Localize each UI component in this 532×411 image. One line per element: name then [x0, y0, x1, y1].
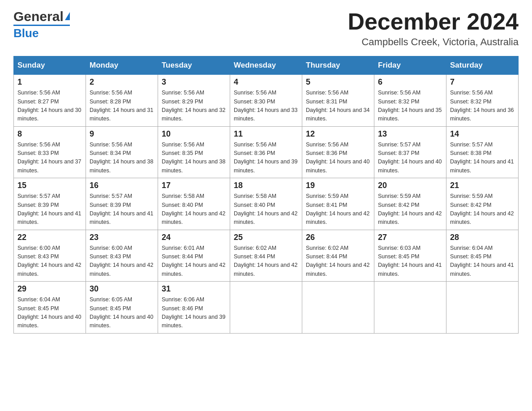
day-info: Sunrise: 5:56 AMSunset: 8:30 PMDaylight:… — [234, 89, 298, 124]
day-info: Sunrise: 5:58 AMSunset: 8:40 PMDaylight:… — [162, 192, 226, 227]
day-number: 23 — [90, 233, 154, 242]
calendar-week-row: 15Sunrise: 5:57 AMSunset: 8:39 PMDayligh… — [14, 178, 519, 230]
logo-name-part1: General — [13, 9, 64, 24]
calendar-day-header: Saturday — [446, 56, 519, 75]
day-info: Sunrise: 5:56 AMSunset: 8:32 PMDaylight:… — [450, 89, 515, 124]
calendar-day-cell: 31Sunrise: 6:06 AMSunset: 8:46 PMDayligh… — [158, 282, 230, 334]
logo: General Blue — [13, 9, 70, 40]
calendar-day-cell: 7Sunrise: 5:56 AMSunset: 8:32 PMDaylight… — [446, 75, 519, 127]
calendar-day-cell: 15Sunrise: 5:57 AMSunset: 8:39 PMDayligh… — [14, 178, 86, 230]
day-info: Sunrise: 5:56 AMSunset: 8:27 PMDaylight:… — [17, 89, 82, 124]
day-info: Sunrise: 5:56 AMSunset: 8:32 PMDaylight:… — [378, 89, 442, 124]
day-info: Sunrise: 5:56 AMSunset: 8:29 PMDaylight:… — [162, 89, 226, 124]
day-number: 9 — [90, 129, 154, 139]
day-number: 24 — [162, 233, 226, 242]
calendar-day-header: Friday — [374, 56, 446, 75]
day-number: 17 — [162, 181, 226, 190]
calendar-day-cell: 2Sunrise: 5:56 AMSunset: 8:28 PMDaylight… — [86, 75, 158, 127]
day-info: Sunrise: 6:03 AMSunset: 8:45 PMDaylight:… — [378, 244, 442, 279]
day-number: 29 — [17, 284, 82, 294]
calendar-day-cell: 24Sunrise: 6:01 AMSunset: 8:44 PMDayligh… — [158, 230, 230, 282]
day-number: 4 — [234, 77, 298, 87]
day-number: 16 — [90, 181, 154, 190]
day-info: Sunrise: 5:57 AMSunset: 8:39 PMDaylight:… — [90, 192, 154, 227]
calendar-day-cell — [374, 282, 446, 334]
title-block: December 2024 Campbells Creek, Victoria,… — [348, 9, 519, 48]
day-info: Sunrise: 5:56 AMSunset: 8:34 PMDaylight:… — [90, 141, 154, 176]
day-number: 15 — [17, 181, 82, 190]
day-info: Sunrise: 5:56 AMSunset: 8:36 PMDaylight:… — [234, 141, 298, 176]
calendar-day-cell: 3Sunrise: 5:56 AMSunset: 8:29 PMDaylight… — [158, 75, 230, 127]
calendar-day-cell: 16Sunrise: 5:57 AMSunset: 8:39 PMDayligh… — [86, 178, 158, 230]
day-number: 26 — [306, 233, 370, 242]
calendar-day-cell: 18Sunrise: 5:58 AMSunset: 8:40 PMDayligh… — [230, 178, 302, 230]
day-number: 3 — [162, 77, 226, 87]
day-number: 7 — [450, 77, 515, 87]
calendar-day-cell — [230, 282, 302, 334]
day-info: Sunrise: 6:00 AMSunset: 8:43 PMDaylight:… — [17, 244, 82, 279]
calendar-day-cell: 12Sunrise: 5:56 AMSunset: 8:36 PMDayligh… — [302, 126, 374, 178]
calendar-day-cell: 22Sunrise: 6:00 AMSunset: 8:43 PMDayligh… — [14, 230, 86, 282]
day-info: Sunrise: 6:05 AMSunset: 8:45 PMDaylight:… — [90, 295, 154, 330]
calendar-day-cell: 20Sunrise: 5:59 AMSunset: 8:42 PMDayligh… — [374, 178, 446, 230]
day-info: Sunrise: 6:04 AMSunset: 8:45 PMDaylight:… — [17, 295, 82, 330]
calendar-day-cell: 1Sunrise: 5:56 AMSunset: 8:27 PMDaylight… — [14, 75, 86, 127]
day-info: Sunrise: 5:59 AMSunset: 8:42 PMDaylight:… — [378, 192, 442, 227]
day-info: Sunrise: 6:06 AMSunset: 8:46 PMDaylight:… — [162, 295, 226, 330]
calendar-week-row: 22Sunrise: 6:00 AMSunset: 8:43 PMDayligh… — [14, 230, 519, 282]
calendar-day-cell: 19Sunrise: 5:59 AMSunset: 8:41 PMDayligh… — [302, 178, 374, 230]
calendar-day-cell: 4Sunrise: 5:56 AMSunset: 8:30 PMDaylight… — [230, 75, 302, 127]
calendar-day-header: Wednesday — [230, 56, 302, 75]
day-number: 12 — [306, 129, 370, 139]
calendar-day-cell: 30Sunrise: 6:05 AMSunset: 8:45 PMDayligh… — [86, 282, 158, 334]
calendar-day-cell: 14Sunrise: 5:57 AMSunset: 8:38 PMDayligh… — [446, 126, 519, 178]
calendar-day-cell: 10Sunrise: 5:56 AMSunset: 8:35 PMDayligh… — [158, 126, 230, 178]
day-info: Sunrise: 5:59 AMSunset: 8:42 PMDaylight:… — [450, 192, 515, 227]
calendar-day-cell: 13Sunrise: 5:57 AMSunset: 8:37 PMDayligh… — [374, 126, 446, 178]
calendar-day-cell: 9Sunrise: 5:56 AMSunset: 8:34 PMDaylight… — [86, 126, 158, 178]
calendar-header-row: SundayMondayTuesdayWednesdayThursdayFrid… — [14, 56, 519, 75]
day-info: Sunrise: 5:56 AMSunset: 8:36 PMDaylight:… — [306, 141, 370, 176]
calendar-day-cell: 6Sunrise: 5:56 AMSunset: 8:32 PMDaylight… — [374, 75, 446, 127]
day-number: 28 — [450, 233, 515, 242]
day-info: Sunrise: 6:04 AMSunset: 8:45 PMDaylight:… — [450, 244, 515, 279]
calendar-day-cell — [302, 282, 374, 334]
logo-name-part2: Blue — [13, 26, 39, 40]
day-number: 13 — [378, 129, 442, 139]
day-info: Sunrise: 5:59 AMSunset: 8:41 PMDaylight:… — [306, 192, 370, 227]
day-number: 20 — [378, 181, 442, 190]
day-number: 5 — [306, 77, 370, 87]
day-info: Sunrise: 5:58 AMSunset: 8:40 PMDaylight:… — [234, 192, 298, 227]
day-number: 19 — [306, 181, 370, 190]
page-title: December 2024 — [348, 9, 519, 34]
calendar-week-row: 29Sunrise: 6:04 AMSunset: 8:45 PMDayligh… — [14, 282, 519, 334]
calendar-day-cell: 29Sunrise: 6:04 AMSunset: 8:45 PMDayligh… — [14, 282, 86, 334]
day-info: Sunrise: 5:57 AMSunset: 8:37 PMDaylight:… — [378, 141, 442, 176]
calendar-day-cell: 17Sunrise: 5:58 AMSunset: 8:40 PMDayligh… — [158, 178, 230, 230]
day-number: 22 — [17, 233, 82, 242]
day-info: Sunrise: 5:56 AMSunset: 8:31 PMDaylight:… — [306, 89, 370, 124]
day-info: Sunrise: 5:56 AMSunset: 8:35 PMDaylight:… — [162, 141, 226, 176]
logo-triangle-icon — [65, 12, 70, 20]
calendar-table: SundayMondayTuesdayWednesdayThursdayFrid… — [13, 56, 519, 334]
calendar-day-header: Tuesday — [158, 56, 230, 75]
day-number: 1 — [17, 77, 82, 87]
calendar-day-cell: 26Sunrise: 6:02 AMSunset: 8:44 PMDayligh… — [302, 230, 374, 282]
calendar-day-header: Monday — [86, 56, 158, 75]
calendar-week-row: 8Sunrise: 5:56 AMSunset: 8:33 PMDaylight… — [14, 126, 519, 178]
day-number: 11 — [234, 129, 298, 139]
calendar-day-cell: 5Sunrise: 5:56 AMSunset: 8:31 PMDaylight… — [302, 75, 374, 127]
calendar-day-header: Thursday — [302, 56, 374, 75]
calendar-day-cell: 8Sunrise: 5:56 AMSunset: 8:33 PMDaylight… — [14, 126, 86, 178]
day-number: 8 — [17, 129, 82, 139]
day-info: Sunrise: 6:02 AMSunset: 8:44 PMDaylight:… — [306, 244, 370, 279]
day-number: 14 — [450, 129, 515, 139]
day-number: 6 — [378, 77, 442, 87]
day-info: Sunrise: 5:57 AMSunset: 8:38 PMDaylight:… — [450, 141, 515, 176]
day-number: 27 — [378, 233, 442, 242]
day-number: 31 — [162, 284, 226, 294]
day-number: 18 — [234, 181, 298, 190]
calendar-day-cell: 28Sunrise: 6:04 AMSunset: 8:45 PMDayligh… — [446, 230, 519, 282]
calendar-day-cell — [446, 282, 519, 334]
calendar-day-header: Sunday — [14, 56, 86, 75]
